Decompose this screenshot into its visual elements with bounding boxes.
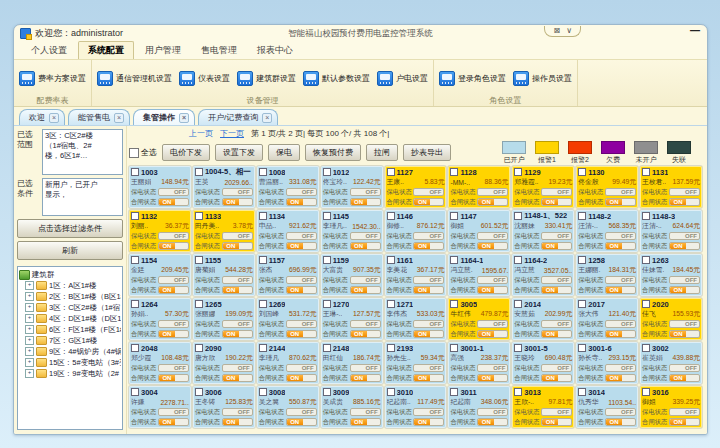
document-tab[interactable]: 集管操作 × (133, 109, 195, 125)
room-card[interactable]: 1161 李美花 367.17元 保电状态 OFF 合闸状态 ON (385, 254, 447, 296)
expand-icon[interactable]: ⊠ (553, 26, 560, 35)
room-checkbox[interactable] (387, 168, 395, 176)
hezha-toggle[interactable]: ON (286, 418, 317, 426)
selected-condition-box[interactable]: 新用户，已开户 显示， (42, 178, 123, 216)
baodian-toggle[interactable]: OFF (350, 320, 381, 328)
hezha-toggle[interactable]: ON (605, 286, 636, 294)
tree-root[interactable]: 建筑群 (19, 269, 121, 280)
ribbon-tab[interactable]: 个人设置 (22, 42, 76, 59)
hezha-toggle[interactable]: ON (222, 242, 253, 250)
room-card[interactable]: 3008 吴之翼 550.87元 保电状态 OFF 合闸状态 ON (257, 386, 319, 428)
baodian-toggle[interactable]: OFF (541, 188, 572, 196)
room-checkbox[interactable] (514, 256, 522, 264)
baodian-toggle[interactable]: OFF (158, 232, 189, 240)
ribbon-tab[interactable]: 报表中心 (248, 42, 302, 59)
hezha-toggle[interactable]: ON (477, 374, 508, 382)
room-card[interactable]: 2144 李瑾凡 870.62元 保电状态 OFF 合闸状态 ON (257, 342, 319, 384)
room-checkbox[interactable] (642, 256, 650, 264)
room-checkbox[interactable] (450, 300, 458, 308)
room-checkbox[interactable] (259, 300, 267, 308)
baodian-toggle[interactable]: OFF (669, 408, 700, 416)
tree-item[interactable]: + 6区：F区1#楼（F区1# (19, 324, 121, 335)
tree-item[interactable]: + 2区：B区1#楼（B区1# (19, 291, 121, 302)
baodian-toggle[interactable]: OFF (605, 408, 636, 416)
room-card[interactable]: 3013 王欣-.. 97.81元 保电状态 OFF 合闸状态 ON (512, 386, 574, 428)
room-checkbox[interactable] (578, 168, 586, 176)
room-checkbox[interactable] (450, 168, 458, 176)
room-checkbox[interactable] (259, 388, 267, 396)
hezha-toggle[interactable]: ON (605, 242, 636, 250)
tree-item[interactable]: + 19区：9#变电站（2# (19, 368, 121, 379)
baodian-toggle[interactable]: OFF (222, 232, 253, 240)
room-card[interactable]: 1148-3 汪清-.. 624.64元 保电状态 OFF 合闸状态 ON (640, 210, 702, 252)
minimize-button[interactable]: — (690, 27, 700, 35)
room-checkbox[interactable] (131, 388, 139, 396)
room-card[interactable]: 1258 王娜丽. 184.31元 保电状态 OFF 合闸状态 ON (576, 254, 638, 296)
baodian-toggle[interactable]: OFF (541, 320, 572, 328)
room-checkbox[interactable] (578, 344, 586, 352)
hezha-toggle[interactable]: ON (158, 418, 189, 426)
room-card[interactable]: 3006 王冬铸 125.83元 保电状态 OFF 合闸状态 ON (193, 386, 255, 428)
tree-expander-icon[interactable]: + (25, 336, 34, 345)
room-checkbox[interactable] (642, 300, 650, 308)
hezha-toggle[interactable]: ON (286, 198, 317, 206)
tree-expander-icon[interactable]: + (25, 325, 34, 334)
hezha-toggle[interactable]: ON (669, 242, 700, 250)
tree-expander-icon[interactable]: + (25, 281, 34, 290)
baodian-toggle[interactable]: OFF (541, 364, 572, 372)
baodian-toggle[interactable]: OFF (669, 364, 700, 372)
room-card[interactable]: 1134 申品.. 921.62元 保电状态 OFF 合闸状态 ON (257, 210, 319, 252)
room-checkbox[interactable] (323, 212, 331, 220)
baodian-toggle[interactable]: OFF (605, 232, 636, 240)
room-card[interactable]: 2020 佳飞 155.93元 保电状态 OFF 合闸状态 ON (640, 298, 702, 340)
baodian-toggle[interactable]: OFF (477, 408, 508, 416)
room-checkbox[interactable] (195, 168, 203, 176)
baodian-toggle[interactable]: OFF (158, 408, 189, 416)
refresh-button[interactable]: 刷新 (17, 241, 123, 260)
room-checkbox[interactable] (578, 388, 586, 396)
tree-item[interactable]: + 7区：G区1#楼 (19, 335, 121, 346)
toolbar-button[interactable]: 电价下发 (162, 144, 210, 161)
hezha-toggle[interactable]: ON (222, 198, 253, 206)
baodian-toggle[interactable]: OFF (222, 408, 253, 416)
room-checkbox[interactable] (323, 344, 331, 352)
hezha-toggle[interactable]: ON (222, 330, 253, 338)
tree-expander-icon[interactable]: + (25, 347, 34, 356)
hezha-toggle[interactable]: ON (286, 286, 317, 294)
baodian-toggle[interactable]: OFF (541, 408, 572, 416)
room-card[interactable]: 1129 郑雅霞.. 19.23元 保电状态 OFF 合闸状态 ON (512, 166, 574, 208)
document-tab[interactable]: 欢迎 × (19, 109, 65, 125)
baodian-toggle[interactable]: OFF (477, 364, 508, 372)
room-card[interactable]: 1264 孙娟.. 57.30元 保电状态 OFF 合闸状态 ON (129, 298, 191, 340)
hezha-toggle[interactable]: ON (350, 330, 381, 338)
hezha-toggle[interactable]: ON (350, 286, 381, 294)
tree-expander-icon[interactable]: + (25, 369, 34, 378)
hezha-toggle[interactable]: ON (413, 374, 444, 382)
room-card[interactable]: 3009 吴成贵 885.16元 保电状态 OFF 合闸状态 ON (321, 386, 383, 428)
room-card[interactable]: 2090 唐方欣 190.22元 保电状态 OFF 合闸状态 ON (193, 342, 255, 384)
hezha-toggle[interactable]: ON (477, 330, 508, 338)
hezha-toggle[interactable]: ON (158, 198, 189, 206)
tree-item[interactable]: + 3区：C区2#楼（1#宿 (19, 302, 121, 313)
baodian-toggle[interactable]: OFF (477, 188, 508, 196)
hezha-toggle[interactable]: ON (669, 286, 700, 294)
hezha-toggle[interactable]: ON (413, 418, 444, 426)
room-checkbox[interactable] (195, 256, 203, 264)
room-checkbox[interactable] (642, 344, 650, 352)
room-checkbox[interactable] (450, 212, 458, 220)
chevron-down-icon[interactable]: ∨ (566, 26, 572, 35)
room-card[interactable]: 1155 唐菊娟 544.28元 保电状态 OFF 合闸状态 ON (193, 254, 255, 296)
document-tab[interactable]: 能管售电 × (68, 109, 130, 125)
ribbon-button[interactable]: 费率方案设置 (19, 71, 86, 86)
room-card[interactable]: 1012 佟宝玲.. 122.42元 保电状态 OFF 合闸状态 ON (321, 166, 383, 208)
room-checkbox[interactable] (387, 344, 395, 352)
hezha-toggle[interactable]: ON (286, 330, 317, 338)
toolbar-button[interactable]: 保电 (268, 144, 300, 161)
room-checkbox[interactable] (131, 212, 139, 220)
hezha-toggle[interactable]: ON (605, 198, 636, 206)
ribbon-button[interactable]: 通信管理机设置 (97, 71, 172, 86)
baodian-toggle[interactable]: OFF (286, 232, 317, 240)
hezha-toggle[interactable]: ON (477, 418, 508, 426)
ribbon-button[interactable]: 操作员设置 (513, 71, 572, 86)
hezha-toggle[interactable]: ON (669, 198, 700, 206)
